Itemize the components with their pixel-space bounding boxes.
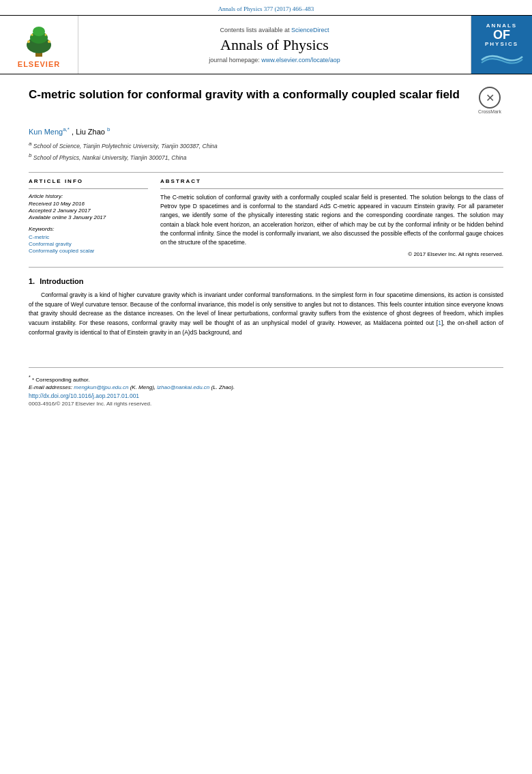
journal-citation-link[interactable]: Annals of Physics 377 (2017) 466–483 [218, 5, 314, 12]
svg-point-5 [48, 40, 50, 43]
author-zhao[interactable]: b [107, 128, 110, 136]
abstract-column: ABSTRACT The C-metric solution of confor… [160, 178, 503, 257]
abstract-divider [160, 188, 503, 189]
article-info-column: ARTICLE INFO Article history: Received 1… [29, 178, 148, 257]
footer: * * Corresponding author. E-mail address… [0, 372, 532, 412]
email-zhao[interactable]: lzhao@nankai.edu.cn [157, 384, 209, 390]
affiliation-b: b School of Physics, Nankai University, … [29, 152, 503, 162]
journal-citation[interactable]: Annals of Physics 377 (2017) 466–483 [0, 0, 532, 15]
section-title-text: Introduction [40, 277, 83, 285]
abstract-rights: © 2017 Elsevier Inc. All rights reserved… [160, 251, 503, 257]
section-number: 1. [29, 277, 35, 285]
email-addresses: E-mail addresses: mengkun@tjpu.edu.cn (K… [29, 384, 503, 390]
homepage-url[interactable]: www.elsevier.com/locate/aop [261, 57, 340, 63]
section-divider-1 [29, 172, 503, 173]
keyword-3[interactable]: Conformally coupled scalar [29, 248, 148, 254]
annals-logo-line2: OF [493, 29, 510, 41]
journal-header: ELSEVIER Contents lists available at Sci… [0, 15, 532, 74]
elsevier-logo: ELSEVIER [15, 21, 63, 68]
annals-wave-icon [478, 50, 526, 67]
introduction-heading: 1. Introduction [29, 277, 503, 285]
history-label: Article history: [29, 193, 148, 199]
journal-homepage: journal homepage: www.elsevier.com/locat… [209, 57, 340, 63]
doi-anchor[interactable]: http://dx.doi.org/10.1016/j.aop.2017.01.… [29, 392, 139, 399]
contents-available: Contents lists available at ScienceDirec… [220, 27, 329, 33]
issn-line: 0003-4916/© 2017 Elsevier Inc. All right… [29, 401, 503, 407]
keyword-2[interactable]: Conformal gravity [29, 241, 148, 247]
article-title-section: C-metric solution for conformal gravity … [29, 87, 503, 119]
ref-1[interactable]: 1 [438, 319, 441, 326]
main-content: C-metric solution for conformal gravity … [0, 74, 532, 355]
section-divider-2 [29, 267, 503, 268]
affiliations: a School of Science, Tianjin Polytechnic… [29, 140, 503, 162]
annals-logo: ANNALS OF PHYSICS [473, 17, 531, 72]
svg-point-6 [31, 34, 33, 36]
abstract-text: The C-metric solution of conformal gravi… [160, 193, 503, 247]
history-received: Received 10 May 2016 [29, 201, 148, 207]
crossmark-label: CrossMark [478, 109, 501, 114]
journal-title: Annals of Physics [220, 36, 329, 54]
keywords-section: Keywords: C-metric Conformal gravity Con… [29, 226, 148, 254]
affiliation-a: a School of Science, Tianjin Polytechnic… [29, 140, 503, 151]
email-meng[interactable]: mengkun@tjpu.edu.cn [74, 384, 128, 390]
svg-point-3 [33, 27, 45, 36]
elsevier-logo-container: ELSEVIER [0, 16, 78, 74]
elsevier-tree-icon [15, 21, 63, 59]
sciencedirect-link[interactable]: ScienceDirect [291, 27, 329, 33]
journal-header-center: Contents lists available at ScienceDirec… [78, 16, 471, 74]
history-online: Available online 3 January 2017 [29, 214, 148, 220]
author-meng[interactable]: Kun Menga,* [29, 128, 72, 136]
article-title: C-metric solution for conformal gravity … [29, 87, 476, 103]
authors-line: Kun Menga,* , Liu Zhao b [29, 126, 503, 136]
info-divider [29, 188, 148, 189]
doi-link[interactable]: http://dx.doi.org/10.1016/j.aop.2017.01.… [29, 392, 503, 399]
svg-point-4 [27, 40, 30, 43]
crossmark-icon: ✕ [479, 87, 501, 109]
keywords-label: Keywords: [29, 226, 148, 232]
abstract-heading: ABSTRACT [160, 178, 503, 184]
article-history: Article history: Received 10 May 2016 Ac… [29, 193, 148, 220]
footer-divider [29, 367, 503, 368]
corresponding-author-note: * * Corresponding author. [29, 375, 503, 383]
annals-logo-line3: PHYSICS [485, 41, 518, 47]
crossmark-badge[interactable]: ✕ CrossMark [476, 87, 503, 114]
intro-paragraph-1: Conformal gravity is a kind of higher cu… [29, 291, 503, 337]
svg-point-7 [45, 34, 47, 36]
annals-logo-container: ANNALS OF PHYSICS [471, 16, 532, 74]
history-accepted: Accepted 2 January 2017 [29, 207, 148, 214]
elsevier-wordmark: ELSEVIER [18, 60, 60, 68]
article-info-heading: ARTICLE INFO [29, 178, 148, 184]
info-abstract-columns: ARTICLE INFO Article history: Received 1… [29, 178, 503, 257]
keyword-1[interactable]: C-metric [29, 234, 148, 240]
page: Annals of Physics 377 (2017) 466–483 [0, 0, 532, 774]
